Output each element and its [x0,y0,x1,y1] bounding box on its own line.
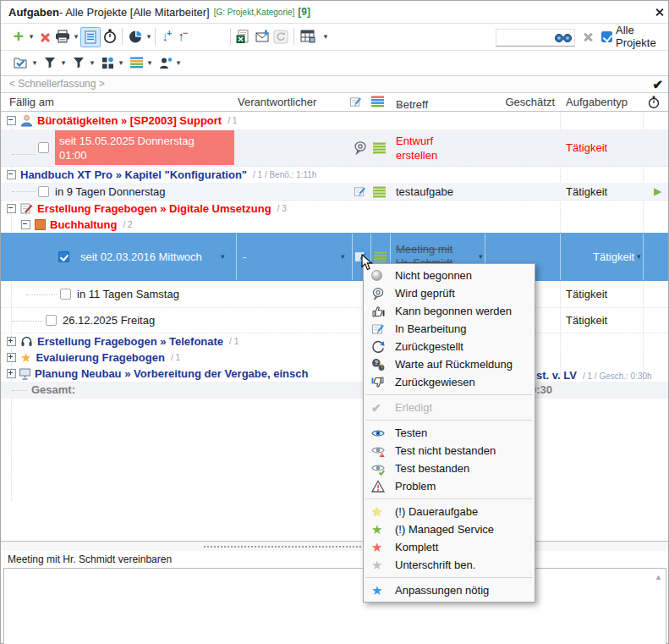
menu-item-test-bestanden[interactable]: Test bestanden [364,460,535,477]
type-dropdown-icon[interactable]: ▾ [637,233,641,281]
expand-icon[interactable] [7,337,16,346]
status-inprogress-icon[interactable] [354,185,366,201]
task-checkbox[interactable] [46,315,57,326]
due-cell[interactable]: in 11 Tagen Samstag [77,281,179,308]
sort-remove-button[interactable]: ↑− [176,27,190,46]
subject-cell[interactable]: Entwurf erstellen [396,134,437,162]
collapse-icon[interactable] [7,204,16,213]
responsible-cell[interactable]: - [243,233,246,281]
subject-cell[interactable]: testaufgabe [396,183,453,201]
timer-button[interactable] [102,27,118,46]
expand-icon[interactable] [7,353,16,362]
chart-button[interactable] [128,27,143,46]
resources-dropdown[interactable]: ▾ [175,53,182,72]
menu-item-managed-service[interactable]: ★(!) Managed Service [364,520,535,538]
task-row-26dez[interactable]: 26.12.2025 Freitag Tätigkeit [1,308,668,333]
project-select-button[interactable] [13,53,29,72]
binoculars-icon[interactable] [554,32,573,43]
col-responsible[interactable]: Verantwortlicher [238,96,316,109]
task-checkbox-checked[interactable] [58,251,69,262]
delete-task-button[interactable] [37,27,51,46]
due-dropdown-icon[interactable]: ▾ [221,233,225,281]
responsible-dropdown-icon[interactable]: ▾ [341,233,345,281]
view-lines-button[interactable] [129,53,144,72]
filter2-button[interactable] [72,53,85,72]
col-estimated[interactable]: Geschätzt [485,96,555,109]
project-select-dropdown[interactable]: ▾ [31,53,38,72]
task-checkbox[interactable] [38,142,49,153]
collapse-icon[interactable] [21,220,30,229]
menu-item-unterschrift[interactable]: ★Unterschrift ben. [364,556,535,574]
menu-item-erledigt[interactable]: ✔Erledigt [364,399,535,416]
search-input[interactable] [496,30,559,44]
priority-green-icon[interactable] [373,186,386,201]
grouping-button[interactable] [101,53,115,72]
add-task-button[interactable]: + [12,27,25,46]
collapse-icon[interactable] [7,170,16,179]
col-timer[interactable] [648,96,660,113]
menu-item-test-nicht-bestanden[interactable]: Test nicht bestanden [364,442,535,460]
menu-item-warte-auf-rueckmeldung[interactable]: ?!Warte auf Rückmeldung [364,355,535,373]
resources-button[interactable] [158,53,173,72]
quick-entry-row[interactable]: < Schnellerfassung > ✔ [1,75,668,93]
scroll-up-icon[interactable]: ▲ [655,573,662,581]
due-cell[interactable]: seit 02.03.2016 Mittwoch [80,233,202,281]
type-cell[interactable]: Tätigkeit [566,183,607,201]
start-timer-icon[interactable]: ▶ [654,183,661,201]
menu-item-in-bearbeitung[interactable]: In Bearbeitung [364,320,535,338]
priority-green-icon[interactable] [373,142,386,157]
menu-item-daueraufgabe[interactable]: ★(!) Daueraufgabe [364,503,535,520]
task-row-selected-meeting[interactable]: seit 02.03.2016 Mittwoch ▾ - ▾ Meeting m… [1,233,668,281]
table-view-button[interactable] [299,27,316,46]
splitter-grip-icon[interactable] [204,546,365,548]
report-view-button[interactable] [80,27,101,47]
group-row-fragebogen-digital[interactable]: Erstellung Fragebogen » Digitale Umsetzu… [1,201,668,217]
due-cell[interactable]: 26.12.2025 Freitag [63,308,155,333]
all-projects-checkbox[interactable] [600,27,612,46]
group-row-telefonate[interactable]: Erstellung Fragebogen » Telefonate / 1 [1,333,668,350]
group-row-evaluierung[interactable]: ★ Evaluierung Fragebogen / 1 [1,350,668,366]
menu-item-komplett[interactable]: ★Komplett [364,538,535,556]
col-type[interactable]: Aufgabentyp [566,96,628,109]
clear-search-button[interactable] [580,27,594,46]
expand-icon[interactable] [7,369,16,378]
type-cell[interactable]: Tätigkeit [566,281,607,308]
status-review-icon[interactable] [354,140,367,158]
group-row-planung-neubau[interactable]: Planung Neubau » Vorbereitung der Vergab… [1,366,668,382]
menu-item-testen[interactable]: Testen [364,424,535,442]
filter2-dropdown[interactable]: ▾ [89,53,96,72]
chart-dropdown[interactable]: ▾ [145,27,152,46]
email-button[interactable] [255,27,270,46]
col-priority[interactable] [371,96,384,111]
menu-item-anpassungen-noetig[interactable]: ★Anpassungen nötig [364,581,535,599]
add-task-dropdown[interactable]: ▾ [28,27,35,46]
sync-button[interactable] [272,27,289,46]
col-due[interactable]: Fällig am [9,96,54,109]
menu-item-wird-geprueft[interactable]: Wird geprüft [364,284,535,302]
confirm-check-icon[interactable]: ✔ [652,76,663,92]
print-button[interactable] [54,27,71,46]
table-view-dropdown[interactable]: ▾ [322,27,329,46]
task-checkbox[interactable] [38,186,49,197]
close-icon[interactable] [655,8,664,17]
collapse-icon[interactable] [7,116,16,125]
menu-item-kann-begonnen-werden[interactable]: Kann begonnen werden [364,302,535,320]
group-row-buchhaltung[interactable]: Buchhaltung / 2 [1,217,668,233]
grouping-dropdown[interactable]: ▾ [118,53,124,72]
col-status[interactable] [349,96,362,112]
task-checkbox[interactable] [60,289,71,300]
filter-button[interactable] [43,53,57,72]
task-row-in11tagen[interactable]: in 11 Tagen Samstag Tätigkeit [1,281,668,308]
task-row-entwurf[interactable]: seit 15.05.2025 Donnerstag 01:00 Entwurf… [1,129,668,167]
group-row-buerotaetigkeiten[interactable]: Bürotätigkeiten » [SP2003] Support / 1 [1,112,668,129]
menu-item-problem[interactable]: Problem [364,477,535,495]
due-cell[interactable]: in 9 Tagen Donnerstag [55,183,166,201]
menu-item-zurueckgestellt[interactable]: Zurückgestellt [364,338,535,355]
type-cell[interactable]: Tätigkeit [566,129,607,167]
sort-add-button[interactable]: ↓+ [160,27,174,46]
type-cell[interactable]: Tätigkeit [566,308,607,333]
filter-dropdown[interactable]: ▾ [60,53,67,72]
type-cell[interactable]: Tätigkeit [593,233,634,281]
group-row-handbuch[interactable]: Handbuch XT Pro » Kapitel "Konfiguration… [1,167,668,183]
menu-item-nicht-begonnen[interactable]: Nicht begonnen [364,267,535,284]
